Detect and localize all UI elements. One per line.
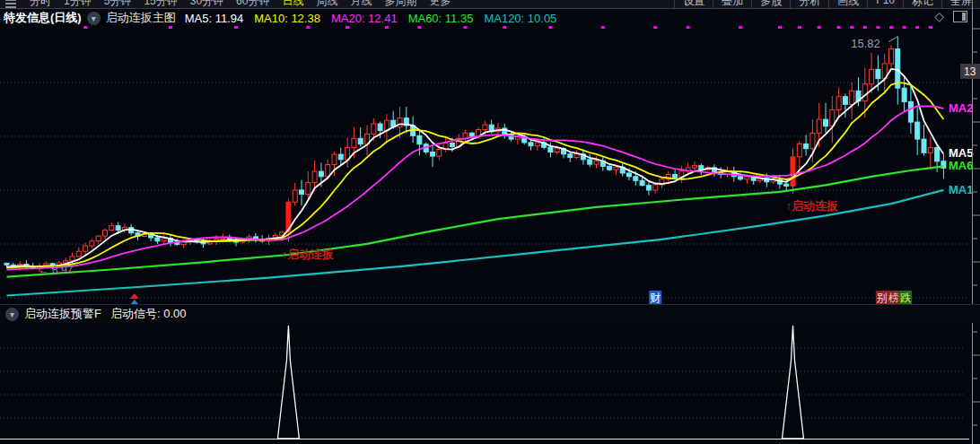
svg-text:榜: 榜: [888, 292, 899, 304]
ma-legend-item-1: MA10: 12.38: [254, 12, 320, 25]
svg-text:MA6: MA6: [949, 159, 973, 172]
signal-field-label: 启动信号:: [110, 307, 161, 320]
stock-title: 特发信息(日线): [4, 10, 82, 26]
ma-legend: MA5: 11.94MA10: 12.38MA20: 12.41MA60: 11…: [185, 12, 568, 25]
signal-chevron-down-icon[interactable]: ▾: [5, 308, 19, 321]
event-badge-2[interactable]: 榜: [888, 291, 900, 304]
svg-text:MA1: MA1: [949, 183, 973, 196]
ma-legend-item-4: MA120: 10.05: [484, 12, 556, 25]
svg-text:财: 财: [650, 292, 661, 304]
svg-text:13: 13: [964, 65, 976, 78]
ma-legend-item-0: MA5: 11.94: [185, 12, 244, 25]
corner-controls: ◇: [934, 9, 967, 23]
ma-legend-item-3: MA60: 11.35: [408, 12, 474, 25]
event-badge-3[interactable]: 跌: [899, 291, 912, 304]
svg-text:跌: 跌: [900, 292, 911, 304]
signal-field-value: 0.00: [163, 307, 186, 320]
svg-text:15.82: 15.82: [851, 37, 880, 50]
svg-text:↑启动连扳: ↑启动连扳: [786, 199, 839, 213]
event-badge-0[interactable]: 财: [649, 291, 661, 304]
candlestick-chart-canvas[interactable]: 15.82← 8.97↑启动连扳↑启动连扳财别榜跌MA2MA5MA6MA113: [0, 0, 980, 444]
trading-app-window: 分时1分钟5分钟15分钟30分钟60分钟日线周线月线多周期更多 设置叠加多股分析…: [0, 0, 980, 444]
diamond-icon[interactable]: ◇: [934, 9, 944, 23]
svg-text:MA5: MA5: [949, 146, 973, 160]
signal-value: 启动信号: 0.00: [110, 306, 187, 322]
svg-text:别: 别: [877, 292, 888, 304]
signal-panel-header: ▾ 启动连扳预警F 启动信号: 0.00: [0, 304, 980, 323]
event-badge-1[interactable]: 别: [876, 291, 888, 304]
panel-layout-icon[interactable]: [953, 11, 967, 22]
signal-indicator-name: 启动连扳预警F: [24, 306, 101, 322]
pin-marker-icon: [130, 293, 139, 299]
svg-text:← 8.97: ← 8.97: [39, 264, 74, 276]
indicator-name: 启动连扳主图: [106, 10, 176, 26]
main-chart-header: 特发信息(日线) ▾ 启动连扳主图 MA5: 11.94MA10: 12.38M…: [0, 9, 980, 27]
svg-text:MA2: MA2: [949, 101, 973, 115]
ma-legend-item-2: MA20: 12.41: [331, 12, 398, 25]
chevron-down-icon[interactable]: ▾: [87, 12, 101, 25]
svg-text:↑启动连扳: ↑启动连扳: [281, 248, 334, 261]
